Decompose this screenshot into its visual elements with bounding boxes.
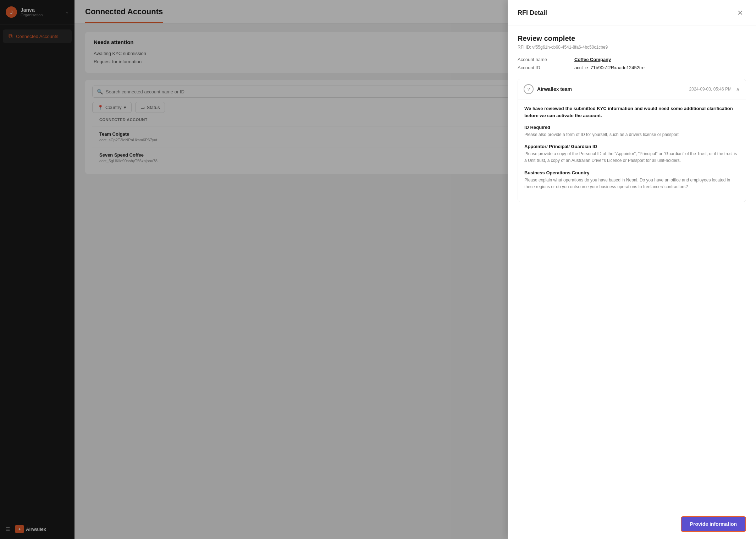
- requirement-block: ID Required Please also provide a form o…: [524, 125, 739, 138]
- review-status-title: Review complete: [518, 34, 746, 43]
- message-content: We have reviewed the submitted KYC infor…: [518, 99, 746, 202]
- requirement-title: ID Required: [524, 125, 739, 130]
- rfi-id: RFI ID: vf55g61h-cb60-4541-8fa6-4bc50c1c…: [518, 45, 746, 50]
- requirement-title: Appointor/ Principal/ Guardian ID: [524, 144, 739, 149]
- message-sender: ? Airwallex team: [524, 84, 572, 94]
- rfi-panel-header: RFI Detail ✕: [508, 0, 756, 26]
- sender-name: Airwallex team: [537, 86, 572, 92]
- requirement-desc: Please provide a copy of the Personal ID…: [524, 151, 739, 164]
- message-intro: We have reviewed the submitted KYC infor…: [524, 105, 739, 119]
- collapse-icon[interactable]: ∧: [736, 86, 740, 93]
- sender-avatar: ?: [524, 84, 534, 94]
- rfi-panel: RFI Detail ✕ Review complete RFI ID: vf5…: [508, 0, 756, 539]
- account-id-value: acct_e_71b90s12Rxaadc12452tre: [574, 65, 645, 70]
- rfi-body: Review complete RFI ID: vf55g61h-cb60-45…: [508, 26, 756, 509]
- account-id-label: Account ID: [518, 65, 574, 70]
- requirement-desc: Please explain what operations do you ha…: [524, 177, 739, 190]
- requirement-desc: Please also provide a form of ID for you…: [524, 131, 739, 138]
- account-name-value[interactable]: Coffee Company: [574, 57, 611, 62]
- rfi-footer: Provide information: [508, 509, 756, 539]
- close-icon[interactable]: ✕: [734, 7, 746, 18]
- rfi-panel-title: RFI Detail: [518, 9, 547, 17]
- account-id-row: Account ID acct_e_71b90s12Rxaadc12452tre: [518, 65, 746, 70]
- requirement-block: Business Operations Country Please expla…: [524, 170, 739, 190]
- message-block: ? Airwallex team 2024-09-03, 05:46 PM ∧ …: [518, 79, 746, 202]
- requirement-block: Appointor/ Principal/ Guardian ID Please…: [524, 144, 739, 164]
- account-name-label: Account name: [518, 57, 574, 62]
- message-timestamp: 2024-09-03, 05:46 PM: [689, 87, 732, 92]
- requirement-title: Business Operations Country: [524, 170, 739, 175]
- provide-information-button[interactable]: Provide information: [681, 516, 746, 532]
- message-header: ? Airwallex team 2024-09-03, 05:46 PM ∧: [518, 79, 746, 99]
- account-name-row: Account name Coffee Company: [518, 57, 746, 62]
